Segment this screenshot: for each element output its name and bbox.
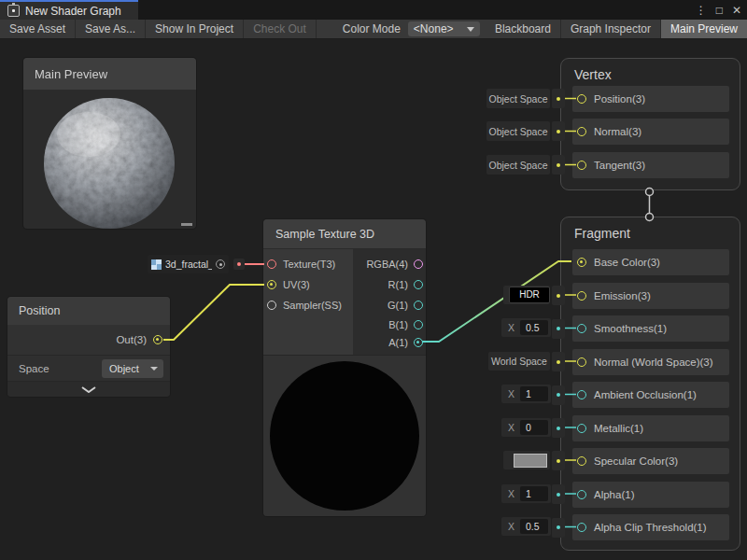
x-label: X (508, 488, 514, 499)
pill-port-dot[interactable] (552, 418, 565, 438)
port-icon[interactable] (577, 456, 586, 466)
port-icon[interactable] (414, 259, 423, 269)
position-node[interactable]: Position Out(3) Space Object (7, 297, 170, 397)
pill-port-dot[interactable] (552, 484, 565, 504)
chevron-down-icon (467, 27, 474, 32)
port-icon[interactable] (414, 320, 423, 329)
main-preview-panel[interactable]: Main Preview (23, 58, 196, 229)
output-rgba[interactable]: RGBA(4) (352, 254, 423, 274)
fragment-row-metallic[interactable]: Metallic(1) (572, 415, 729, 441)
resize-handle[interactable] (181, 223, 192, 226)
port-icon[interactable] (267, 280, 276, 289)
fragment-row-smoothness[interactable]: Smoothness(1) (572, 315, 729, 342)
input-texture[interactable]: Texture(T3) (265, 254, 353, 274)
value-input[interactable]: 0.5 (520, 519, 548, 534)
main-preview-title[interactable]: Main Preview (23, 58, 196, 90)
emission-hdr-color-field[interactable]: HDR (503, 286, 550, 304)
port-icon[interactable] (577, 127, 586, 136)
output-out[interactable]: Out(3) (7, 325, 170, 355)
fragment-row-ambient-occlusion[interactable]: Ambient Occlusion(1) (572, 382, 729, 408)
pill-port-dot[interactable] (552, 319, 565, 339)
color-swatch[interactable] (514, 454, 547, 468)
port-icon[interactable] (577, 523, 586, 532)
port-icon[interactable] (577, 291, 586, 301)
show-in-project-button[interactable]: Show In Project (146, 20, 244, 38)
save-as-button[interactable]: Save As... (76, 20, 146, 38)
close-icon[interactable]: ✕ (732, 4, 741, 17)
port-icon[interactable] (267, 301, 276, 310)
port-icon[interactable] (577, 490, 586, 499)
vertex-row-position[interactable]: Position(3) (572, 86, 729, 112)
normal-space-pill[interactable]: Object Space (486, 121, 550, 141)
texture-asset-field[interactable]: 3d_fractal_n (148, 255, 229, 273)
tab-new-shader-graph[interactable]: New Shader Graph (0, 0, 138, 20)
window-menu-icon[interactable]: ⋮ (696, 4, 707, 17)
pill-port-dot[interactable] (552, 451, 565, 470)
main-preview-button[interactable]: Main Preview (661, 20, 747, 38)
sample-texture-3d-node[interactable]: Sample Texture 3D Texture(T3) UV(3) Samp… (263, 219, 426, 516)
pill-port-dot[interactable] (233, 259, 245, 270)
value-input[interactable]: 0 (520, 420, 548, 435)
port-icon[interactable] (414, 301, 423, 310)
pill-port-dot[interactable] (552, 155, 565, 175)
pill-port-dot[interactable] (552, 518, 565, 538)
ambient-occlusion-value-field[interactable]: X 1 (501, 385, 551, 403)
normal-space-pill[interactable]: World Space (488, 352, 550, 371)
graph-inspector-button[interactable]: Graph Inspector (561, 20, 661, 38)
output-r[interactable]: R(1) (352, 274, 423, 295)
position-space-pill[interactable]: Object Space (486, 89, 550, 108)
port-icon[interactable] (577, 324, 586, 333)
color-mode-dropdown[interactable]: <None> (408, 21, 480, 36)
maximize-icon[interactable]: □ (716, 4, 723, 17)
output-a[interactable]: A(1) (352, 332, 423, 353)
vertex-context-node[interactable]: Vertex Position(3) Normal(3) Tangent(3) (560, 58, 740, 190)
fragment-row-emission[interactable]: Emission(3) (572, 283, 729, 309)
alpha-value-field[interactable]: X 1 (501, 484, 551, 503)
toolbar: Save Asset Save As... Show In Project Ch… (0, 20, 747, 39)
input-sampler[interactable]: Sampler(SS) (265, 295, 353, 315)
hdr-label[interactable]: HDR (509, 287, 550, 303)
fragment-context-node[interactable]: Fragment Base Color(3) Emission(3) Smoot… (560, 217, 740, 551)
pill-port-dot[interactable] (552, 89, 565, 108)
object-picker-icon[interactable] (216, 259, 225, 269)
blackboard-button[interactable]: Blackboard (486, 20, 561, 38)
alpha-clip-threshold-value-field[interactable]: X 0.5 (501, 517, 551, 536)
node-title[interactable]: Sample Texture 3D (263, 219, 426, 249)
smoothness-value-field[interactable]: X 0.5 (501, 318, 551, 337)
port-icon[interactable] (577, 357, 586, 367)
fragment-row-alpha-clip-threshold[interactable]: Alpha Clip Threshold(1) (572, 514, 729, 540)
preview-sphere (23, 90, 196, 229)
pill-port-dot[interactable] (552, 385, 565, 405)
space-dropdown[interactable]: Object (102, 359, 163, 378)
value-input[interactable]: 0.5 (520, 320, 548, 335)
vertex-row-normal[interactable]: Normal(3) (572, 119, 729, 145)
save-asset-button[interactable]: Save Asset (0, 20, 76, 38)
port-icon[interactable] (267, 259, 276, 269)
port-icon[interactable] (577, 390, 586, 399)
port-icon[interactable] (577, 94, 586, 104)
input-uv[interactable]: UV(3) (265, 274, 353, 295)
collapse-toggle[interactable] (7, 381, 170, 397)
pill-port-dot[interactable] (552, 121, 565, 141)
port-icon[interactable] (577, 161, 586, 170)
fragment-row-specular-color[interactable]: Specular Color(3) (572, 448, 729, 474)
fragment-row-alpha[interactable]: Alpha(1) (572, 482, 729, 508)
port-icon[interactable] (153, 335, 162, 344)
fragment-row-normal-world-space[interactable]: Normal (World Space)(3) (572, 349, 729, 375)
port-icon[interactable] (577, 424, 586, 433)
fragment-row-base-color[interactable]: Base Color(3) (572, 249, 729, 275)
shader-graph-icon (7, 5, 20, 17)
node-title[interactable]: Position (7, 297, 170, 325)
value-input[interactable]: 1 (520, 486, 548, 501)
pill-port-dot[interactable] (552, 352, 565, 371)
port-icon[interactable] (414, 338, 423, 347)
port-icon[interactable] (414, 280, 423, 289)
tangent-space-pill[interactable]: Object Space (486, 155, 550, 175)
vertex-row-tangent[interactable]: Tangent(3) (572, 152, 729, 178)
specular-color-field[interactable] (503, 451, 550, 469)
metallic-value-field[interactable]: X 0 (501, 418, 551, 437)
port-icon[interactable] (577, 258, 586, 267)
output-g[interactable]: G(1) (352, 295, 423, 315)
value-input[interactable]: 1 (520, 386, 548, 401)
pill-port-dot[interactable] (552, 286, 565, 305)
